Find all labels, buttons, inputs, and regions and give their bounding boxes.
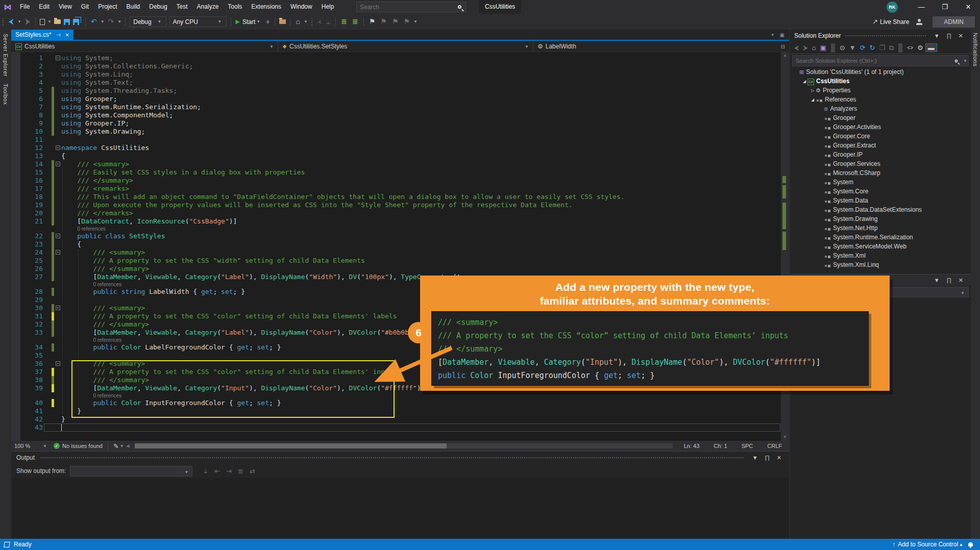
code-line-7[interactable]: 7using System.Runtime.Serialization; [11, 103, 789, 111]
menu-item-help[interactable]: Help [317, 0, 339, 14]
pin-icon[interactable]: ∏ [762, 455, 773, 461]
forward-icon[interactable]: ⮞ [801, 44, 810, 52]
code-line-16[interactable]: 16/// </summary> [11, 177, 789, 185]
navigate-forward-icon[interactable]: ⮞ [23, 15, 32, 28]
pending-changes-filter-icon[interactable]: ⊙ [838, 44, 847, 52]
tree-item-grooper-ip[interactable]: Grooper.IP [790, 150, 971, 159]
solution-platform-select[interactable]: Any CPU▼ [169, 16, 227, 27]
hot-reload-icon[interactable]: ♦ [264, 15, 272, 28]
tree-item-system-servicemodel-web[interactable]: System.ServiceModel.Web [790, 242, 971, 251]
tree-item-system-data[interactable]: System.Data [790, 196, 971, 205]
code-line-20[interactable]: 20/// </remarks> [11, 209, 789, 217]
line-ending-indicator[interactable]: CRLF [760, 443, 789, 449]
fold-collapse-icon[interactable]: − [56, 162, 60, 166]
code-line-23[interactable]: 23{ [11, 240, 789, 248]
tab-setstyles[interactable]: SetStyles.cs* ⊣ ✕ [11, 30, 74, 40]
output-source-select[interactable]: ▼ [70, 466, 192, 477]
toolbar-grip[interactable] [2, 17, 4, 27]
codelens-references[interactable]: 0 references [11, 226, 789, 232]
filter-dropdown-icon[interactable]: ▼ [847, 44, 858, 52]
menu-item-tools[interactable]: Tools [223, 0, 247, 14]
column-indicator[interactable]: Ch: 1 [706, 443, 734, 449]
issues-status[interactable]: No issues found [62, 443, 103, 449]
new-file-icon[interactable] [40, 19, 45, 25]
panel-dropdown-icon[interactable]: ▼ [930, 33, 943, 39]
clear-all-icon[interactable]: ≣ [235, 467, 247, 475]
code-line-26[interactable]: 26/// </summary> [11, 265, 789, 273]
search-options-icon[interactable]: ▼ [962, 59, 968, 63]
code-line-9[interactable]: 9using Grooper.IP; [11, 119, 789, 128]
menu-item-edit[interactable]: Edit [34, 0, 54, 14]
horizontal-scroll-thumb[interactable] [135, 443, 447, 448]
breadcrumb-type[interactable]: ❖ CssUtilities.SetStyles▼ [278, 41, 533, 52]
tree-expander-icon[interactable]: ◢ [801, 79, 807, 84]
tree-item-cssutilities[interactable]: ◢C#CssUtilities [790, 77, 971, 86]
scroll-down-icon[interactable]: ▼ [781, 434, 789, 441]
code-line-21[interactable]: 21[DataContract, IconResource("CssBadge"… [11, 217, 789, 226]
horizontal-scrollbar[interactable] [135, 443, 673, 448]
breadcrumb-member[interactable]: ⚙ LabelWidth ⊟ [533, 41, 789, 52]
sync-with-active-document-icon[interactable]: ↻ [867, 44, 877, 52]
next-message-icon[interactable]: ⇥ [223, 467, 235, 475]
code-line-3[interactable]: 3using System.Linq; [11, 70, 789, 79]
code-line-19[interactable]: 19/// Upon execute the property values w… [11, 201, 789, 209]
minimize-button[interactable]: — [910, 0, 933, 14]
hscroll-left-icon[interactable]: ◀ [125, 443, 131, 448]
save-icon[interactable] [64, 19, 70, 25]
comment-lines-icon[interactable]: ≣ [339, 15, 349, 28]
solution-search-input[interactable] [793, 58, 954, 64]
fold-collapse-icon[interactable]: − [56, 361, 60, 366]
code-line-11[interactable]: 11 [11, 136, 789, 144]
pin-icon[interactable]: ∏ [943, 277, 955, 283]
start-debug-button[interactable]: ▶Start▼ [234, 18, 264, 26]
next-bookmark-icon[interactable]: ⚑ [390, 15, 401, 28]
search-box[interactable] [356, 2, 466, 12]
tree-item-analyzers[interactable]: ≣Analyzers [790, 104, 971, 113]
redo-dropdown[interactable]: ▼ [116, 19, 122, 24]
tree-item-system-net-http[interactable]: System.Net.Http [790, 223, 971, 233]
code-line-22[interactable]: 22−public class SetStyles [11, 232, 789, 240]
code-cleanup-dropdown[interactable]: ▼ [119, 444, 125, 448]
pin-icon[interactable]: ∏ [943, 33, 955, 39]
code-line-15[interactable]: 15/// Easily set CSS styles in a dialog … [11, 168, 789, 177]
tree-item-system-xml-linq[interactable]: System.Xml.Linq [790, 260, 971, 269]
bookmark-dropdown[interactable]: ▼ [412, 19, 419, 24]
navigate-back-icon[interactable]: ⮜ [7, 15, 16, 28]
close-panel-icon[interactable]: ✕ [955, 33, 967, 39]
find-message-icon[interactable]: ⇣ [200, 467, 211, 475]
output-content[interactable] [11, 478, 789, 538]
tree-item-system[interactable]: System [790, 178, 971, 187]
add-to-source-control-button[interactable]: Add to Source Control [898, 541, 958, 548]
close-panel-icon[interactable]: ✕ [955, 277, 967, 284]
fold-collapse-icon[interactable]: − [56, 250, 60, 255]
bookmark-icon[interactable]: ⚑ [367, 15, 378, 28]
code-line-10[interactable]: 10using System.Drawing; [11, 128, 789, 136]
tree-item-system-xml[interactable]: System.Xml [790, 251, 971, 260]
active-files-dropdown-icon[interactable]: ▼ [768, 33, 777, 37]
source-control-dropdown[interactable]: ▲ [958, 542, 964, 547]
panel-grip[interactable] [40, 457, 744, 459]
panel-grip[interactable] [845, 35, 926, 37]
fold-collapse-icon[interactable]: − [56, 306, 60, 310]
menu-item-window[interactable]: Window [286, 0, 317, 14]
notifications-tab[interactable]: Notifications [972, 33, 978, 66]
panel-dropdown-icon[interactable]: ▼ [749, 455, 762, 461]
code-line-4[interactable]: 4using System.Text; [11, 79, 789, 87]
collapse-all-icon[interactable]: ❐ [877, 44, 887, 52]
fold-collapse-icon[interactable]: − [56, 234, 60, 238]
code-line-6[interactable]: 6using Grooper; [11, 95, 789, 103]
menu-item-file[interactable]: File [15, 0, 34, 14]
home-icon[interactable]: ⌂ [293, 15, 302, 28]
tree-item-grooper-extract[interactable]: Grooper.Extract [790, 141, 971, 150]
tree-item-system-drawing[interactable]: System.Drawing [790, 214, 971, 223]
tree-item-grooper[interactable]: Grooper [790, 113, 971, 122]
tree-item-system-data-datasetextensions[interactable]: System.Data.DataSetExtensions [790, 205, 971, 214]
home-dropdown[interactable]: ▼ [303, 19, 309, 24]
menu-item-test[interactable]: Test [172, 0, 192, 14]
open-file-icon[interactable] [54, 19, 61, 24]
code-line-17[interactable]: 17/// <remarks> [11, 185, 789, 193]
home-icon[interactable]: ⌂ [810, 44, 818, 52]
code-line-5[interactable]: 5using System.Threading.Tasks; [11, 87, 789, 95]
clear-bookmarks-icon[interactable]: ⚑ [401, 15, 412, 28]
code-line-13[interactable]: 13{ [11, 152, 789, 160]
